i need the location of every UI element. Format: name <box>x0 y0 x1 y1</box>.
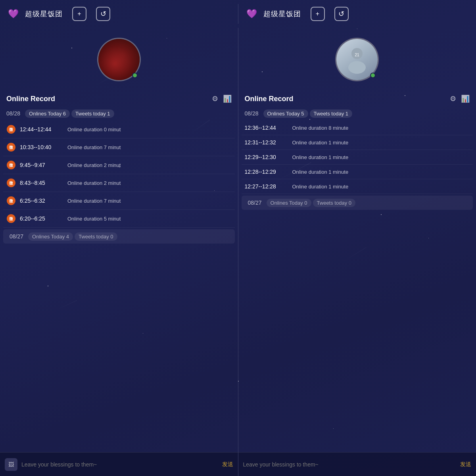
right-record-item-2[interactable]: 12:29--12:30 Online duration 1 minute <box>242 150 473 165</box>
right-time-0: 12:36--12:44 <box>245 125 288 131</box>
right-record-item-1[interactable]: 12:31--12:32 Online duration 1 minute <box>242 135 473 150</box>
right-add-button[interactable]: + <box>311 7 325 21</box>
right-date-row-0827: 08/27 Onlines Today 0 Tweets today 0 <box>242 196 473 210</box>
left-record-header: Online Record ⚙ 📊 <box>0 91 238 106</box>
right-panel: 21 Online Record ⚙ 📊 08/28 Onlines <box>238 28 476 476</box>
left-onlines-badge-0828: Onlines Today 6 <box>25 109 70 118</box>
left-online-indicator <box>132 73 138 78</box>
left-add-icon: + <box>77 10 81 17</box>
left-time-2: 9:45--9:47 <box>20 162 63 168</box>
right-add-icon: + <box>316 10 319 17</box>
left-tweets-badge-0828: Tweets today 1 <box>71 109 114 118</box>
right-refresh-button[interactable]: ↺ <box>334 7 349 21</box>
right-onlines-badge-0828: Onlines Today 5 <box>263 109 308 118</box>
svg-text:微: 微 <box>9 181 13 185</box>
svg-text:微: 微 <box>9 217 13 221</box>
right-time-3: 12:28--12:29 <box>245 169 288 175</box>
right-record-header: Online Record ⚙ 📊 <box>238 91 476 106</box>
right-header-panel: 💜 超级星饭团 + ↺ <box>238 7 476 21</box>
left-avatar-section <box>0 28 238 91</box>
svg-text:21: 21 <box>355 53 360 57</box>
right-date-label-0827[interactable]: 08/27 <box>245 198 265 207</box>
left-refresh-button[interactable]: ↺ <box>96 7 110 21</box>
left-weibo-icon-2: 微 <box>6 160 16 170</box>
right-time-2: 12:29--12:30 <box>245 154 288 160</box>
left-blessing-input[interactable] <box>21 461 218 468</box>
right-onlines-badge-0827: Onlines Today 0 <box>267 199 311 207</box>
left-date-label-0828[interactable]: 08/28 <box>3 109 23 118</box>
left-time-3: 8:43--8:45 <box>20 180 63 186</box>
right-date-label-0828[interactable]: 08/28 <box>242 109 262 118</box>
svg-text:微: 微 <box>9 127 13 132</box>
left-weibo-icon-1: 微 <box>6 142 16 152</box>
right-avatar-wrapper: 21 <box>335 38 379 81</box>
left-record-item-2[interactable]: 微 9:45--9:47 Online duration 2 minut <box>3 156 235 174</box>
left-refresh-icon: ↺ <box>100 10 106 18</box>
left-onlines-badge-0827: Onlines Today 4 <box>28 232 73 241</box>
right-date-row-0828: 08/28 Onlines Today 5 Tweets today 1 <box>238 106 476 121</box>
left-header-panel: 💜 超级星饭团 + ↺ <box>0 7 238 21</box>
left-tweets-badge-0827: Tweets today 0 <box>75 232 117 241</box>
left-weibo-icon-5: 微 <box>6 214 16 223</box>
left-weibo-icon-3: 微 <box>6 178 16 188</box>
right-send-button[interactable]: 发送 <box>460 461 471 468</box>
left-date-row-0827: 08/27 Onlines Today 4 Tweets today 0 <box>3 229 235 244</box>
right-record-title: Online Record <box>245 95 294 103</box>
left-add-button[interactable]: + <box>72 7 86 21</box>
left-record-item-5[interactable]: 微 6:20--6:25 Online duration 5 minut <box>3 210 235 228</box>
left-duration-4: Online duration 7 minut <box>67 198 121 204</box>
right-chart-icon[interactable]: 📊 <box>461 94 470 103</box>
right-record-item-0[interactable]: 12:36--12:44 Online duration 8 minute <box>242 121 473 135</box>
right-blessing-input[interactable] <box>243 461 457 468</box>
left-chart-icon[interactable]: 📊 <box>223 94 232 103</box>
right-duration-1: Online duration 1 minute <box>292 140 349 146</box>
left-weibo-icon-4: 微 <box>6 196 16 205</box>
right-time-1: 12:31--12:32 <box>245 139 288 146</box>
right-blessing-bar: 发送 <box>238 452 476 476</box>
right-time-4: 12:27--12:28 <box>245 183 288 190</box>
right-duration-2: Online duration 1 minute <box>292 154 349 160</box>
left-record-list: 微 12:44--12:44 Online duration 0 minut 微… <box>0 121 238 452</box>
left-duration-1: Online duration 7 minut <box>67 144 121 150</box>
right-app-title: 超级星饭团 <box>263 9 301 19</box>
left-avatar-wrapper <box>97 38 141 81</box>
left-weibo-icon-0: 微 <box>6 125 16 134</box>
left-duration-2: Online duration 2 minut <box>67 162 121 168</box>
left-record-item-1[interactable]: 微 10:33--10:40 Online duration 7 minut <box>3 138 235 156</box>
left-time-1: 10:33--10:40 <box>20 144 63 150</box>
svg-text:微: 微 <box>9 199 13 203</box>
left-send-button[interactable]: 发送 <box>222 461 233 468</box>
left-date-label-0827[interactable]: 08/27 <box>6 232 27 241</box>
right-record-icons: ⚙ 📊 <box>450 94 470 103</box>
right-record-item-4[interactable]: 12:27--12:28 Online duration 1 minute <box>242 179 473 194</box>
left-time-0: 12:44--12:44 <box>20 126 63 132</box>
right-duration-3: Online duration 1 minute <box>292 169 349 175</box>
left-record-item-4[interactable]: 微 6:25--6:32 Online duration 7 minut <box>3 192 235 210</box>
left-app-title: 超级星饭团 <box>25 9 63 19</box>
right-duration-0: Online duration 8 minute <box>292 125 349 131</box>
svg-point-13 <box>348 61 366 74</box>
left-record-item-3[interactable]: 微 8:43--8:45 Online duration 2 minut <box>3 174 235 192</box>
left-duration-5: Online duration 5 minut <box>67 216 121 222</box>
svg-text:微: 微 <box>9 163 13 167</box>
right-filter-icon[interactable]: ⚙ <box>450 94 456 103</box>
header-bar: 💜 超级星饭团 + ↺ 💜 超级星饭团 + ↺ <box>0 0 476 28</box>
right-tweets-badge-0827: Tweets today 0 <box>313 199 355 207</box>
svg-text:微: 微 <box>9 145 13 150</box>
main-content: Online Record ⚙ 📊 08/28 Onlines Today 6 … <box>0 28 476 476</box>
right-app-icon: 💜 <box>246 9 257 19</box>
left-time-5: 6:20--6:25 <box>20 215 63 222</box>
left-duration-0: Online duration 0 minut <box>67 127 121 132</box>
left-record-title: Online Record <box>6 95 55 103</box>
left-record-icons: ⚙ 📊 <box>212 94 232 103</box>
left-duration-3: Online duration 2 minut <box>67 180 121 186</box>
left-record-item-0[interactable]: 微 12:44--12:44 Online duration 0 minut <box>3 121 235 138</box>
panel-divider <box>238 28 238 476</box>
right-tweets-badge-0828: Tweets today 1 <box>310 109 352 118</box>
left-time-4: 6:25--6:32 <box>20 198 63 204</box>
left-blessing-image-icon[interactable]: 🖼 <box>5 458 17 471</box>
left-filter-icon[interactable]: ⚙ <box>212 94 218 103</box>
left-app-icon: 💜 <box>8 9 19 19</box>
right-refresh-icon: ↺ <box>338 10 344 18</box>
right-record-item-3[interactable]: 12:28--12:29 Online duration 1 minute <box>242 165 473 179</box>
